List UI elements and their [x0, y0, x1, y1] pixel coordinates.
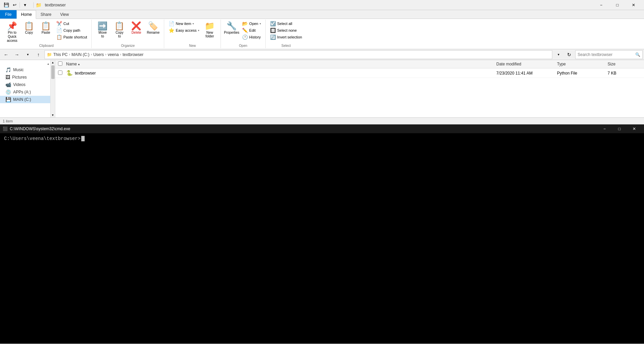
sidebar-item-music-label: Music	[13, 67, 24, 72]
select-none-button[interactable]: 🔲 Select none	[268, 27, 304, 34]
recent-button[interactable]: ▾	[23, 50, 32, 59]
select-all-checkbox[interactable]	[58, 61, 62, 66]
edit-button[interactable]: ✏️ Edit	[240, 27, 263, 34]
sidebar-item-videos[interactable]: 📹 Videos	[0, 81, 50, 88]
file-size-cell: 7 KB	[608, 71, 641, 76]
breadcrumb-users[interactable]: Users	[93, 52, 104, 57]
move-to-button[interactable]: ➡️ Moveto	[94, 20, 111, 40]
copy-path-label: Copy path	[63, 28, 80, 32]
copy-button[interactable]: 📋 Copy	[21, 20, 37, 40]
new-folder-button[interactable]: 📁 Newfolder	[202, 20, 218, 40]
open-label: Open	[249, 22, 258, 26]
copy-to-label: Copyto	[116, 31, 123, 38]
col-name-header[interactable]: Name ▲	[66, 62, 496, 66]
move-to-icon: ➡️	[97, 22, 108, 30]
paste-shortcut-button[interactable]: 📋 Paste shortcut	[55, 34, 89, 40]
tab-home[interactable]: Home	[17, 10, 36, 19]
sidebar-scroll-thumb[interactable]	[51, 65, 55, 79]
window-minimize-button[interactable]: −	[593, 0, 609, 10]
title-bar: 💾 ↩ ▾ 📁 textbrowser − □ ✕	[0, 0, 644, 10]
invert-selection-button[interactable]: 🔄 Invert selection	[268, 34, 304, 40]
breadcrumb-dropdown-button[interactable]: ▾	[554, 50, 563, 59]
clipboard-group-label: Clipboard	[4, 44, 89, 48]
videos-icon: 📹	[5, 82, 11, 87]
pin-to-quick-access-button[interactable]: 📌 Pin to Quickaccess	[4, 20, 20, 44]
breadcrumb-this-pc[interactable]: This PC	[53, 52, 68, 57]
table-row[interactable]: 🐍 textbrowser 7/23/2020 11:41 AM Python …	[55, 68, 644, 78]
paste-icon: 📋	[41, 22, 51, 30]
new-item-icon: 📄	[169, 21, 174, 26]
copy-path-button[interactable]: 📄 Copy path	[55, 27, 89, 34]
sidebar-item-music[interactable]: 🎵 Music	[0, 66, 50, 74]
sidebar-item-main-c[interactable]: 💾 MAIN (C:)	[0, 96, 50, 103]
copy-to-button[interactable]: 📋 Copyto	[111, 20, 127, 40]
pin-label: Pin to Quickaccess	[5, 31, 19, 43]
header-check	[58, 61, 66, 67]
sidebar-item-pictures[interactable]: 🖼 Pictures	[0, 74, 50, 81]
search-input[interactable]	[578, 52, 634, 57]
breadcrumb-textbrowser[interactable]: textbrowser	[122, 52, 143, 57]
move-to-label: Moveto	[98, 31, 107, 38]
sidebar: ▲ 🎵 Music 🖼 Pictures 📹 Videos 💿 APPs (A:…	[0, 60, 51, 117]
history-button[interactable]: 🕐 History	[240, 34, 263, 40]
col-size-label: Size	[608, 62, 615, 66]
qat-dropdown-button[interactable]: ▾	[21, 1, 29, 9]
invert-label: Invert selection	[277, 35, 302, 39]
new-item-button[interactable]: 📄 New item ▾	[167, 20, 201, 27]
sidebar-scroll-up-btn[interactable]: ▲	[51, 60, 55, 65]
sidebar-item-apps-label: APPs (A:)	[13, 90, 31, 94]
sidebar-scroll-up[interactable]: ▲	[0, 61, 50, 66]
row-checkbox[interactable]	[58, 70, 62, 75]
edit-icon: ✏️	[242, 28, 248, 33]
properties-label: Properties	[224, 31, 239, 34]
qat-save-button[interactable]: 💾	[3, 1, 10, 9]
rename-button[interactable]: 🏷️ Rename	[145, 20, 161, 40]
tab-share[interactable]: Share	[36, 10, 56, 19]
music-icon: 🎵	[5, 67, 11, 73]
open-button[interactable]: 📂 Open ▾	[240, 20, 263, 27]
refresh-button[interactable]: ↻	[564, 50, 574, 59]
tab-file[interactable]: File	[0, 10, 17, 19]
cmd-minimize-button[interactable]: −	[597, 124, 612, 133]
cmd-close-button[interactable]: ✕	[627, 124, 641, 133]
clipboard-content: 📌 Pin to Quickaccess 📋 Copy 📋 Paste ✂️ C…	[4, 20, 89, 44]
up-button[interactable]: ↑	[34, 50, 43, 59]
breadcrumb-main-c[interactable]: MAIN (C:)	[71, 52, 89, 57]
select-small-buttons: ☑️ Select all 🔲 Select none 🔄 Invert sel…	[268, 20, 304, 40]
copy-label: Copy	[25, 31, 33, 34]
paste-shortcut-icon: 📋	[56, 34, 62, 40]
delete-icon: ❌	[131, 22, 141, 30]
properties-icon: 🔧	[227, 22, 237, 30]
window-close-button[interactable]: ✕	[626, 0, 641, 10]
cut-button[interactable]: ✂️ Cut	[55, 20, 89, 27]
qat-undo-button[interactable]: ↩	[11, 1, 18, 9]
breadcrumb-veena[interactable]: veena	[108, 52, 119, 57]
window-maximize-button[interactable]: □	[610, 0, 625, 10]
select-all-label: Select all	[277, 22, 292, 26]
cmd-maximize-button[interactable]: □	[612, 124, 626, 133]
col-type-header[interactable]: Type	[557, 62, 608, 66]
window-controls: − □ ✕	[593, 0, 641, 10]
col-date-header[interactable]: Date modified	[496, 62, 557, 66]
properties-button[interactable]: 🔧 Properties	[224, 20, 240, 40]
explorer-main: ▲ 🎵 Music 🖼 Pictures 📹 Videos 💿 APPs (A:…	[0, 60, 644, 117]
col-size-header[interactable]: Size	[608, 62, 641, 66]
forward-button[interactable]: →	[12, 50, 22, 59]
tab-view[interactable]: View	[56, 10, 73, 19]
sidebar-scrollbar[interactable]: ▲ ▼	[51, 60, 55, 117]
easy-access-button[interactable]: ⭐ Easy access ▾	[167, 27, 201, 34]
back-button[interactable]: ←	[1, 50, 11, 59]
sidebar-item-apps-a[interactable]: 💿 APPs (A:)	[0, 88, 50, 96]
status-bar: 1 item	[0, 118, 644, 124]
paste-button[interactable]: 📋 Paste	[38, 20, 54, 40]
search-box[interactable]: 🔍	[575, 50, 643, 59]
cut-icon: ✂️	[56, 21, 62, 26]
cmd-title-text: C:\WINDOWS\system32\cmd.exe	[10, 126, 70, 131]
select-none-icon: 🔲	[270, 28, 276, 33]
window-title: textbrowser	[45, 3, 66, 7]
file-name-cell: 🐍 textbrowser	[66, 70, 496, 76]
sidebar-scroll-down-btn[interactable]: ▼	[51, 113, 55, 117]
delete-button[interactable]: ❌ Delete	[128, 20, 144, 40]
search-icon: 🔍	[635, 52, 640, 57]
select-all-button[interactable]: ☑️ Select all	[268, 20, 304, 27]
